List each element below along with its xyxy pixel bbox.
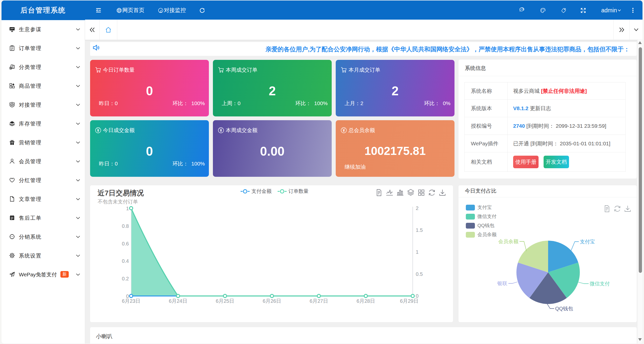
svg-text:6月23日: 6月23日 <box>122 298 140 304</box>
svg-text:0.2: 0.2 <box>122 276 129 281</box>
svg-text:会员余额: 会员余额 <box>498 239 518 244</box>
svg-text:银联: 银联 <box>497 281 507 286</box>
svg-text:6月28日: 6月28日 <box>357 298 375 304</box>
svg-text:0.5: 0.5 <box>416 271 423 277</box>
svg-text:6月27日: 6月27日 <box>310 298 328 304</box>
svg-text:0: 0 <box>416 293 419 299</box>
svg-text:6月26日: 6月26日 <box>263 298 281 304</box>
svg-text:QQ钱包: QQ钱包 <box>555 306 573 311</box>
svg-text:0.4: 0.4 <box>122 258 129 264</box>
svg-text:6月29日: 6月29日 <box>400 298 418 304</box>
svg-text:1.5: 1.5 <box>416 227 423 233</box>
svg-text:0.8: 0.8 <box>122 223 129 229</box>
svg-text:6月25日: 6月25日 <box>216 298 234 304</box>
svg-text:1: 1 <box>126 206 129 211</box>
svg-text:6月24日: 6月24日 <box>169 298 187 304</box>
svg-text:1: 1 <box>416 249 419 255</box>
svg-text:0.6: 0.6 <box>122 241 129 246</box>
svg-text:支付宝: 支付宝 <box>580 239 595 244</box>
svg-text:2: 2 <box>416 205 419 211</box>
svg-text:微信支付: 微信支付 <box>590 281 610 286</box>
